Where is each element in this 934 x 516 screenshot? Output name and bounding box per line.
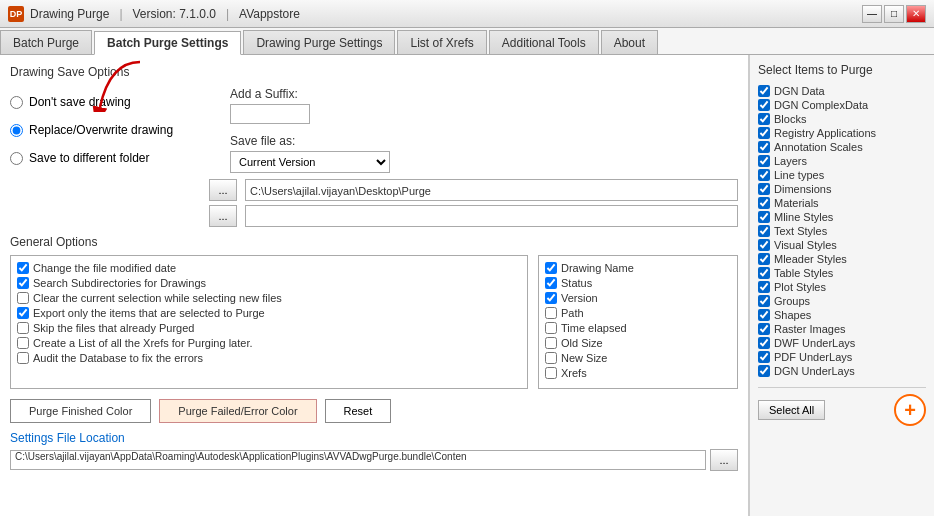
- browse-button-1[interactable]: ...: [209, 179, 237, 201]
- option-old-size[interactable]: Old Size: [545, 337, 731, 349]
- option-change-file-modified-cb[interactable]: [17, 262, 29, 274]
- item-blocks-cb[interactable]: [758, 113, 770, 125]
- item-text-styles-cb[interactable]: [758, 225, 770, 237]
- item-pdf-underlays[interactable]: PDF UnderLays: [758, 351, 926, 363]
- item-dwf-underlays[interactable]: DWF UnderLays: [758, 337, 926, 349]
- option-skip-purged-cb[interactable]: [17, 322, 29, 334]
- option-new-size[interactable]: New Size: [545, 352, 731, 364]
- general-options-title: General Options: [10, 235, 738, 249]
- purge-finished-button[interactable]: Purge Finished Color: [10, 399, 151, 423]
- item-table-styles-cb[interactable]: [758, 267, 770, 279]
- item-registry-apps[interactable]: Registry Applications: [758, 127, 926, 139]
- item-visual-styles-cb[interactable]: [758, 239, 770, 251]
- item-dgn-complexdata[interactable]: DGN ComplexData: [758, 99, 926, 111]
- save-file-as-dropdown[interactable]: Current Version R2013 R2010 R2007: [230, 151, 390, 173]
- item-groups-cb[interactable]: [758, 295, 770, 307]
- option-time-elapsed[interactable]: Time elapsed: [545, 322, 731, 334]
- item-pdf-underlays-cb[interactable]: [758, 351, 770, 363]
- item-shapes-cb[interactable]: [758, 309, 770, 321]
- replace-overwrite-radio[interactable]: [10, 124, 23, 137]
- option-time-elapsed-cb[interactable]: [545, 322, 557, 334]
- select-all-button[interactable]: Select All: [758, 400, 825, 420]
- tab-drawing-purge-settings[interactable]: Drawing Purge Settings: [243, 30, 395, 54]
- option-change-file-modified[interactable]: Change the file modified date: [17, 262, 521, 274]
- settings-file-link[interactable]: Settings File Location: [10, 431, 738, 445]
- item-materials[interactable]: Materials: [758, 197, 926, 209]
- option-export-selected[interactable]: Export only the items that are selected …: [17, 307, 521, 319]
- option-xrefs-cb[interactable]: [545, 367, 557, 379]
- tab-batch-purge-settings[interactable]: Batch Purge Settings: [94, 31, 241, 55]
- maximize-button[interactable]: □: [884, 5, 904, 23]
- item-annotation-scales[interactable]: Annotation Scales: [758, 141, 926, 153]
- browse-button-2[interactable]: ...: [209, 205, 237, 227]
- dont-save-option[interactable]: Don't save drawing: [10, 95, 210, 109]
- item-blocks[interactable]: Blocks: [758, 113, 926, 125]
- option-audit-database[interactable]: Audit the Database to fix the errors: [17, 352, 521, 364]
- option-clear-selection[interactable]: Clear the current selection while select…: [17, 292, 521, 304]
- option-create-xrefs-list[interactable]: Create a List of all the Xrefs for Purgi…: [17, 337, 521, 349]
- option-drawing-name-cb[interactable]: [545, 262, 557, 274]
- option-new-size-cb[interactable]: [545, 352, 557, 364]
- item-mleader-styles[interactable]: Mleader Styles: [758, 253, 926, 265]
- option-search-subdirs-cb[interactable]: [17, 277, 29, 289]
- suffix-input[interactable]: [230, 104, 310, 124]
- tab-list-of-xrefs[interactable]: List of Xrefs: [397, 30, 486, 54]
- option-path[interactable]: Path: [545, 307, 731, 319]
- save-different-option[interactable]: Save to different folder: [10, 151, 210, 165]
- item-dgn-data[interactable]: DGN Data: [758, 85, 926, 97]
- option-audit-database-cb[interactable]: [17, 352, 29, 364]
- item-dgn-complexdata-cb[interactable]: [758, 99, 770, 111]
- item-text-styles[interactable]: Text Styles: [758, 225, 926, 237]
- item-registry-apps-cb[interactable]: [758, 127, 770, 139]
- dont-save-radio[interactable]: [10, 96, 23, 109]
- item-dgn-underlays-cb[interactable]: [758, 365, 770, 377]
- save-different-radio[interactable]: [10, 152, 23, 165]
- option-drawing-name[interactable]: Drawing Name: [545, 262, 731, 274]
- option-create-xrefs-list-cb[interactable]: [17, 337, 29, 349]
- option-xrefs[interactable]: Xrefs: [545, 367, 731, 379]
- browse-path-row-2: ...: [209, 205, 738, 227]
- item-layers[interactable]: Layers: [758, 155, 926, 167]
- item-line-types[interactable]: Line types: [758, 169, 926, 181]
- item-annotation-scales-cb[interactable]: [758, 141, 770, 153]
- item-plot-styles[interactable]: Plot Styles: [758, 281, 926, 293]
- item-shapes[interactable]: Shapes: [758, 309, 926, 321]
- tab-additional-tools[interactable]: Additional Tools: [489, 30, 599, 54]
- item-mleader-styles-cb[interactable]: [758, 253, 770, 265]
- item-mline-styles[interactable]: Mline Styles: [758, 211, 926, 223]
- item-materials-cb[interactable]: [758, 197, 770, 209]
- option-version[interactable]: Version: [545, 292, 731, 304]
- option-status[interactable]: Status: [545, 277, 731, 289]
- close-button[interactable]: ✕: [906, 5, 926, 23]
- option-old-size-cb[interactable]: [545, 337, 557, 349]
- tab-batch-purge[interactable]: Batch Purge: [0, 30, 92, 54]
- item-dgn-underlays[interactable]: DGN UnderLays: [758, 365, 926, 377]
- purge-failed-button[interactable]: Purge Failed/Error Color: [159, 399, 316, 423]
- item-plot-styles-cb[interactable]: [758, 281, 770, 293]
- item-groups[interactable]: Groups: [758, 295, 926, 307]
- item-raster-images[interactable]: Raster Images: [758, 323, 926, 335]
- reset-button[interactable]: Reset: [325, 399, 392, 423]
- option-skip-purged[interactable]: Skip the files that already Purged: [17, 322, 521, 334]
- add-icon-button[interactable]: +: [894, 394, 926, 426]
- item-dimensions-cb[interactable]: [758, 183, 770, 195]
- option-clear-selection-cb[interactable]: [17, 292, 29, 304]
- item-raster-images-cb[interactable]: [758, 323, 770, 335]
- option-search-subdirs[interactable]: Search Subdirectories for Drawings: [17, 277, 521, 289]
- item-layers-cb[interactable]: [758, 155, 770, 167]
- item-line-types-cb[interactable]: [758, 169, 770, 181]
- option-path-cb[interactable]: [545, 307, 557, 319]
- minimize-button[interactable]: —: [862, 5, 882, 23]
- option-status-cb[interactable]: [545, 277, 557, 289]
- option-export-selected-cb[interactable]: [17, 307, 29, 319]
- item-dgn-data-cb[interactable]: [758, 85, 770, 97]
- item-dwf-underlays-cb[interactable]: [758, 337, 770, 349]
- item-visual-styles[interactable]: Visual Styles: [758, 239, 926, 251]
- tab-about[interactable]: About: [601, 30, 658, 54]
- option-version-cb[interactable]: [545, 292, 557, 304]
- settings-browse-button[interactable]: ...: [710, 449, 738, 471]
- item-mline-styles-cb[interactable]: [758, 211, 770, 223]
- item-dimensions[interactable]: Dimensions: [758, 183, 926, 195]
- replace-overwrite-option[interactable]: Replace/Overwrite drawing: [10, 123, 210, 137]
- item-table-styles[interactable]: Table Styles: [758, 267, 926, 279]
